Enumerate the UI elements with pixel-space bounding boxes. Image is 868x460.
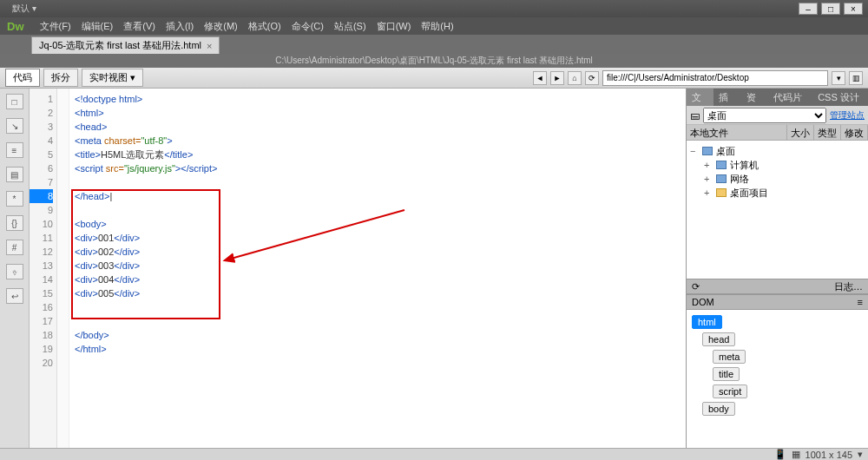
dom-node[interactable]: html [692, 315, 722, 329]
tab-title: Jq-05-选取元素 first last 基础用法.html [39, 39, 201, 52]
line-number: 12 [30, 245, 53, 259]
app-logo: Dw [7, 20, 24, 33]
menu-window[interactable]: 窗口(W) [377, 20, 411, 33]
maximize-button[interactable]: □ [821, 3, 840, 15]
panel-tabs: 文件 插入 资源 代码片断 CSS 设计器 [687, 89, 868, 106]
tree-node[interactable]: +网络 [690, 172, 865, 186]
dom-node[interactable]: script [713, 384, 747, 398]
code-line[interactable] [75, 175, 686, 189]
code-line[interactable]: </head>| [75, 189, 686, 203]
grid-icon[interactable]: ▦ [792, 449, 800, 460]
menu-commands[interactable]: 命令(C) [292, 20, 324, 33]
line-number: 8 [30, 189, 53, 203]
code-editor[interactable]: 1234567891011121314151617181920 <!doctyp… [30, 89, 686, 448]
code-line[interactable] [75, 314, 686, 328]
open-docs-icon[interactable]: □ [6, 94, 23, 109]
site-select[interactable]: 桌面 [703, 108, 826, 123]
line-numbers-icon[interactable]: # [6, 240, 23, 255]
highlight-icon[interactable]: ⎀ [6, 264, 23, 279]
dom-section-header[interactable]: DOM≡ [687, 294, 868, 310]
menu-view[interactable]: 查看(V) [123, 20, 155, 33]
code-line[interactable]: <!doctype html> [75, 92, 686, 106]
panel-tab-files[interactable]: 文件 [687, 89, 713, 106]
expand-icon[interactable]: ▤ [6, 167, 23, 182]
line-number: 1 [30, 92, 53, 106]
layout-mode[interactable]: 默认 ▾ [12, 3, 36, 15]
code-line[interactable]: <head> [75, 120, 686, 134]
nav-home-icon[interactable]: ⌂ [568, 71, 582, 85]
col-type: 类型 [814, 125, 841, 140]
arrow-icon[interactable]: ↘ [6, 118, 23, 134]
code-line[interactable]: <meta charset="utf-8"> [75, 134, 686, 148]
code-line[interactable]: <script src="js/jquery.js"></script> [75, 161, 686, 175]
code-line[interactable]: <div>004</div> [75, 273, 686, 286]
collapse-icon[interactable]: ≡ [6, 142, 23, 158]
manage-sites-link[interactable]: 管理站点 [830, 109, 865, 122]
dom-node[interactable]: meta [713, 350, 746, 364]
tree-node[interactable]: −桌面 [690, 144, 865, 158]
menu-format[interactable]: 格式(O) [248, 20, 281, 33]
menu-insert[interactable]: 插入(I) [166, 20, 194, 33]
refresh-icon[interactable]: ⟳ [585, 71, 599, 85]
panel-tab-assets[interactable]: 资源 [741, 89, 768, 106]
code-line[interactable]: <div>003</div> [75, 259, 686, 273]
code-line[interactable]: </body> [75, 328, 686, 342]
tree-node[interactable]: +桌面项目 [690, 186, 865, 200]
log-section[interactable]: ⟳ 日志… [687, 279, 868, 294]
dom-node[interactable]: head [702, 332, 735, 346]
view-live-button[interactable]: 实时视图 ▾ [82, 69, 143, 87]
code-toolbar: □ ↘ ≡ ▤ * {} # ⎀ ↩ [0, 89, 30, 448]
line-gutter: 1234567891011121314151617181920 [30, 89, 57, 448]
file-tree[interactable]: −桌面+计算机+网络+桌面项目 [687, 141, 868, 279]
line-number: 16 [30, 300, 53, 314]
code-line[interactable]: <div>002</div> [75, 245, 686, 259]
dom-panel[interactable]: htmlheadmetatitlescriptbody [687, 310, 868, 448]
close-button[interactable]: × [844, 3, 863, 15]
code-line[interactable] [75, 356, 686, 370]
code-line[interactable] [75, 203, 686, 217]
code-line[interactable]: <html> [75, 106, 686, 120]
document-tab[interactable]: Jq-05-选取元素 first last 基础用法.html × [31, 36, 220, 54]
code-line[interactable]: </html> [75, 342, 686, 356]
tree-node[interactable]: +计算机 [690, 158, 865, 172]
code-line[interactable] [75, 300, 686, 314]
panel-tab-css[interactable]: CSS 设计器 [812, 89, 868, 106]
settings-icon[interactable]: ▥ [849, 71, 863, 85]
line-number: 7 [30, 175, 53, 189]
line-number: 11 [30, 231, 53, 245]
code-line[interactable]: <body> [75, 217, 686, 231]
phone-icon[interactable]: 📱 [774, 449, 786, 460]
code-area[interactable]: <!doctype html><html><head><meta charset… [69, 89, 686, 448]
minimize-button[interactable]: – [799, 3, 818, 15]
view-code-button[interactable]: 代码 [5, 69, 40, 87]
chevron-down-icon[interactable]: ▾ [858, 449, 863, 460]
window-titlebar: 默认 ▾ – □ × [0, 0, 868, 17]
code-line[interactable]: <div>001</div> [75, 231, 686, 245]
nav-back-icon[interactable]: ◄ [533, 71, 547, 85]
line-number: 13 [30, 259, 53, 273]
line-number: 5 [30, 148, 53, 161]
menu-site[interactable]: 站点(S) [334, 20, 366, 33]
wrap-icon[interactable]: ↩ [6, 288, 23, 304]
select-parent-icon[interactable]: * [6, 191, 23, 207]
tab-close-icon[interactable]: × [207, 41, 212, 51]
menu-file[interactable]: 文件(F) [40, 20, 71, 33]
nav-forward-icon[interactable]: ► [550, 71, 564, 85]
menu-modify[interactable]: 修改(M) [204, 20, 238, 33]
line-number: 9 [30, 203, 53, 217]
balance-icon[interactable]: {} [6, 215, 23, 231]
line-number: 4 [30, 134, 53, 148]
address-dropdown-icon[interactable]: ▾ [832, 71, 845, 85]
col-size: 大小 [787, 125, 814, 140]
menu-edit[interactable]: 编辑(E) [82, 20, 114, 33]
panel-tab-insert[interactable]: 插入 [713, 89, 740, 106]
view-split-button[interactable]: 拆分 [43, 69, 78, 87]
line-number: 19 [30, 342, 53, 356]
dom-node[interactable]: body [702, 402, 735, 416]
panel-tab-snippets[interactable]: 代码片断 [768, 89, 812, 106]
address-input[interactable] [602, 70, 828, 86]
code-line[interactable]: <title>H5ML选取元素</title> [75, 148, 686, 161]
dom-node[interactable]: title [713, 367, 740, 381]
menu-help[interactable]: 帮助(H) [421, 20, 453, 33]
code-line[interactable]: <div>005</div> [75, 286, 686, 300]
